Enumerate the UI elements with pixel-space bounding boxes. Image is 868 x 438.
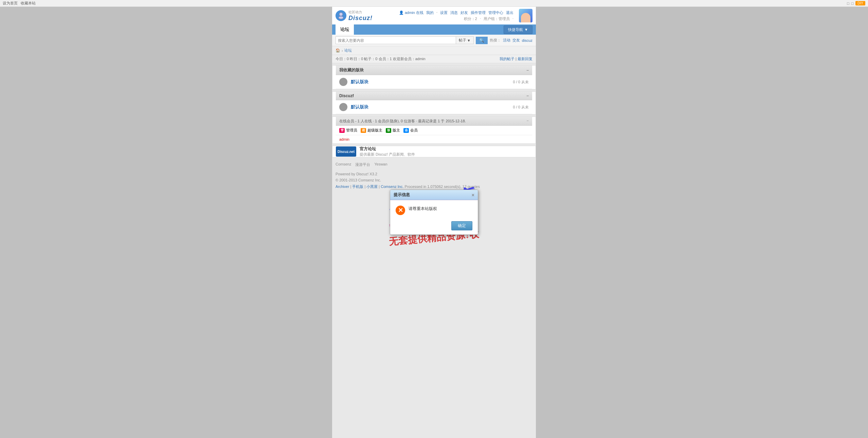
dialog-message: 请尊重本站版权 [409, 206, 472, 212]
dialog-close-btn[interactable]: × [472, 193, 474, 197]
dialog-box: 提示信息 × ✕ 请尊重本站版权 确定 [390, 190, 478, 235]
dialog-footer: 确定 [390, 219, 478, 234]
dialog-body: ✕ 请尊重本站版权 [390, 200, 478, 219]
dialog-error-icon: ✕ [396, 206, 405, 215]
dialog-title: 提示信息 [394, 192, 410, 198]
dialog-title-bar: 提示信息 × [390, 190, 478, 200]
dialog-ok-button[interactable]: 确定 [451, 221, 472, 230]
dialog-backdrop: 提示信息 × ✕ 请尊重本站版权 确定 [0, 0, 868, 438]
error-x-icon: ✕ [398, 207, 403, 214]
